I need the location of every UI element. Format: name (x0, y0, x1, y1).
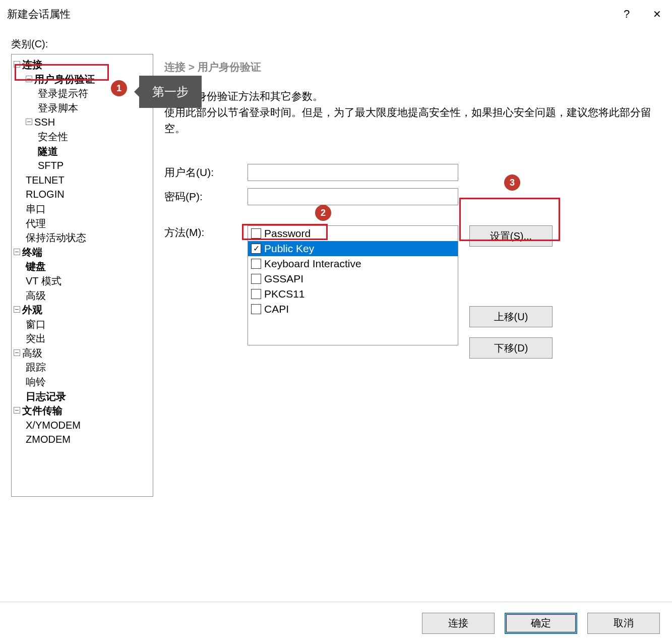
moveup-button[interactable]: 上移(U) (469, 306, 553, 327)
tree-trace[interactable]: 跟踪 (26, 362, 46, 373)
method-item-label: Public Key (264, 243, 314, 255)
method-item-label: CAPI (264, 303, 289, 315)
window-title: 新建会话属性 (7, 7, 71, 21)
method-label: 方法(M): (164, 225, 248, 240)
ok-button[interactable]: 确定 (505, 613, 577, 634)
method-item-label: Password (264, 227, 311, 240)
username-input[interactable] (248, 164, 458, 181)
method-item-pkcs11[interactable]: PKCS11 (248, 286, 458, 302)
tree-security[interactable]: 安全性 (38, 131, 68, 142)
tree-xymodem[interactable]: X/YMODEM (26, 420, 81, 431)
password-label: 密码(P): (164, 190, 248, 204)
method-item-label: GSSAPI (264, 273, 303, 285)
tree-advanced1[interactable]: 高级 (26, 290, 46, 301)
tree-script[interactable]: 登录脚本 (38, 102, 78, 113)
tree-toggle-icon[interactable] (14, 407, 20, 414)
tree-highlight[interactable]: 突出 (26, 333, 46, 344)
tree-window[interactable]: 窗口 (26, 319, 46, 330)
tree-terminal[interactable]: 终端 (22, 247, 42, 258)
method-checkbox[interactable] (251, 228, 261, 239)
method-checkbox[interactable] (251, 244, 261, 254)
method-listbox[interactable]: PasswordPublic KeyKeyboard InteractiveGS… (248, 225, 458, 345)
tree-sftp[interactable]: SFTP (38, 160, 64, 171)
tree-toggle-icon[interactable] (26, 119, 32, 125)
method-item-password[interactable]: Password (248, 226, 458, 241)
details-panel: 连接 > 用户身份验证 请选择身份验证方法和其它参数。 使用此部分以节省登录时间… (164, 54, 661, 497)
titlebar: 新建会话属性 ? ✕ (0, 0, 672, 28)
method-checkbox[interactable] (251, 304, 261, 314)
tree-proxy[interactable]: 代理 (26, 218, 46, 229)
tree-filetransfer[interactable]: 文件传输 (22, 405, 63, 416)
method-item-label: Keyboard Interactive (264, 258, 361, 270)
tree-ssh[interactable]: SSH (34, 116, 55, 128)
method-item-public-key[interactable]: Public Key (248, 241, 458, 256)
connect-button[interactable]: 连接 (422, 613, 495, 634)
method-item-label: PKCS11 (264, 288, 305, 300)
annotation-badge-3: 3 (504, 174, 520, 191)
tree-toggle-icon[interactable] (26, 76, 32, 82)
dialog-button-bar: 连接 确定 取消 (0, 602, 672, 644)
breadcrumb: 连接 > 用户身份验证 (164, 60, 661, 74)
username-label: 用户名(U): (164, 165, 248, 180)
method-checkbox[interactable] (251, 289, 261, 299)
tree-auth[interactable]: 用户身份验证 (34, 74, 95, 85)
annotation-label-1: 第一步 (139, 76, 202, 108)
tree-serial[interactable]: 串口 (26, 203, 46, 214)
close-button[interactable]: ✕ (642, 0, 672, 28)
settings-button[interactable]: 设置(S)... (469, 225, 553, 247)
tree-bell[interactable]: 响铃 (26, 376, 46, 387)
tree-toggle-icon[interactable] (14, 61, 20, 68)
method-checkbox[interactable] (251, 259, 261, 269)
help-button[interactable]: ? (612, 0, 642, 28)
movedown-button[interactable]: 下移(D) (469, 337, 553, 359)
description-text: 请选择身份验证方法和其它参数。 使用此部分以节省登录时间。但是，为了最大限度地提… (164, 88, 661, 137)
tree-connection[interactable]: 连接 (22, 59, 42, 70)
category-label: 类别(C): (11, 37, 661, 51)
tree-prompt[interactable]: 登录提示符 (38, 88, 88, 99)
category-tree[interactable]: 连接 用户身份验证 登录提示符 登录脚本 SSH 安全性 隧道 SFTP TEL… (11, 54, 153, 497)
tree-appearance[interactable]: 外观 (22, 304, 42, 315)
tree-toggle-icon[interactable] (14, 306, 20, 313)
method-item-capi[interactable]: CAPI (248, 302, 458, 317)
tree-toggle-icon[interactable] (14, 349, 20, 356)
tree-keyboard[interactable]: 键盘 (26, 261, 46, 272)
method-checkbox[interactable] (251, 274, 261, 284)
annotation-badge-1: 1 (111, 80, 127, 96)
cancel-button[interactable]: 取消 (587, 613, 660, 634)
tree-zmodem[interactable]: ZMODEM (26, 434, 71, 445)
tree-tunnel[interactable]: 隧道 (38, 146, 58, 157)
tree-telnet[interactable]: TELNET (26, 174, 65, 186)
annotation-badge-2: 2 (315, 205, 331, 221)
method-item-gssapi[interactable]: GSSAPI (248, 271, 458, 286)
tree-vt[interactable]: VT 模式 (26, 275, 62, 286)
password-input[interactable] (248, 188, 458, 205)
method-item-keyboard-interactive[interactable]: Keyboard Interactive (248, 256, 458, 271)
tree-keepalive[interactable]: 保持活动状态 (26, 232, 86, 243)
tree-rlogin[interactable]: RLOGIN (26, 189, 65, 200)
tree-toggle-icon[interactable] (14, 249, 20, 255)
tree-logging[interactable]: 日志记录 (26, 391, 66, 402)
tree-advanced[interactable]: 高级 (22, 347, 42, 359)
